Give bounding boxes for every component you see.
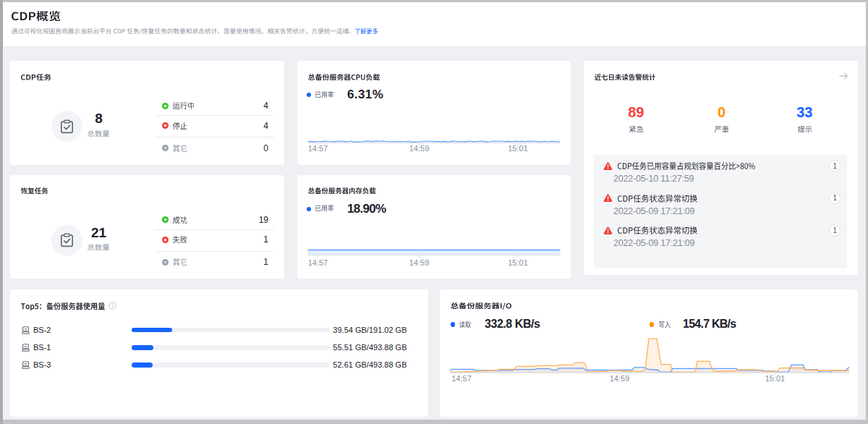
svg-text:?: ? bbox=[164, 259, 167, 264]
svg-text:?: ? bbox=[164, 145, 167, 150]
